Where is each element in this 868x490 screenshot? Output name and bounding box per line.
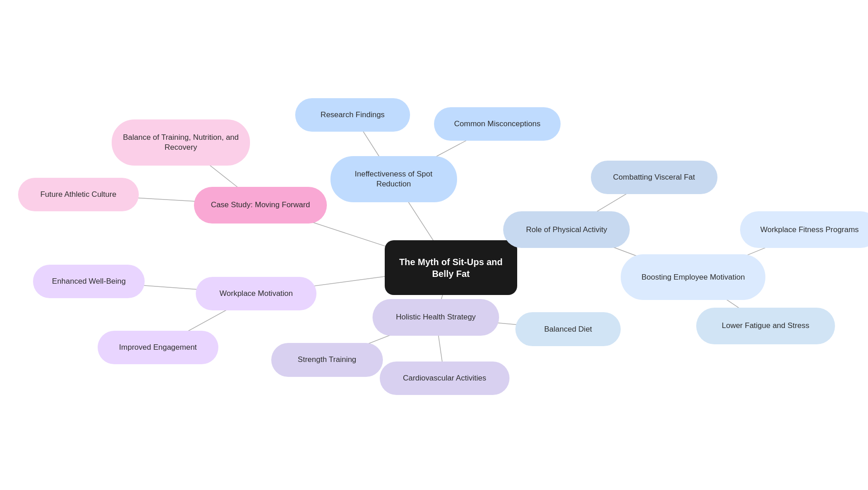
workplace-fitness-programs-node[interactable]: Workplace Fitness Programs	[740, 211, 868, 248]
improved-engagement-node[interactable]: Improved Engagement	[98, 331, 218, 364]
common-misconceptions-node[interactable]: Common Misconceptions	[434, 107, 561, 141]
mindmap-container: The Myth of Sit-Ups and Belly FatResearc…	[0, 0, 868, 490]
ineffectiveness-spot-reduction-node[interactable]: Ineffectiveness of Spot Reduction	[330, 156, 457, 202]
cardiovascular-activities-node[interactable]: Cardiovascular Activities	[380, 362, 509, 395]
research-findings-node[interactable]: Research Findings	[295, 98, 410, 132]
holistic-health-strategy-node[interactable]: Holistic Health Strategy	[373, 299, 499, 336]
workplace-motivation-node[interactable]: Workplace Motivation	[196, 277, 316, 310]
combatting-visceral-fat-node[interactable]: Combatting Visceral Fat	[591, 161, 717, 194]
strength-training-node[interactable]: Strength Training	[271, 343, 383, 376]
future-athletic-culture-node[interactable]: Future Athletic Culture	[18, 178, 139, 211]
balance-training-nutrition-node[interactable]: Balance of Training, Nutrition, and Reco…	[112, 119, 250, 166]
lower-fatigue-stress-node[interactable]: Lower Fatigue and Stress	[696, 308, 835, 344]
boosting-employee-motivation-node[interactable]: Boosting Employee Motivation	[621, 254, 765, 300]
case-study-moving-forward-node[interactable]: Case Study: Moving Forward	[194, 187, 326, 224]
balanced-diet-node[interactable]: Balanced Diet	[515, 312, 621, 346]
role-of-physical-activity-node[interactable]: Role of Physical Activity	[503, 211, 630, 248]
center-node[interactable]: The Myth of Sit-Ups and Belly Fat	[385, 240, 517, 295]
enhanced-well-being-node[interactable]: Enhanced Well-Being	[33, 265, 145, 298]
